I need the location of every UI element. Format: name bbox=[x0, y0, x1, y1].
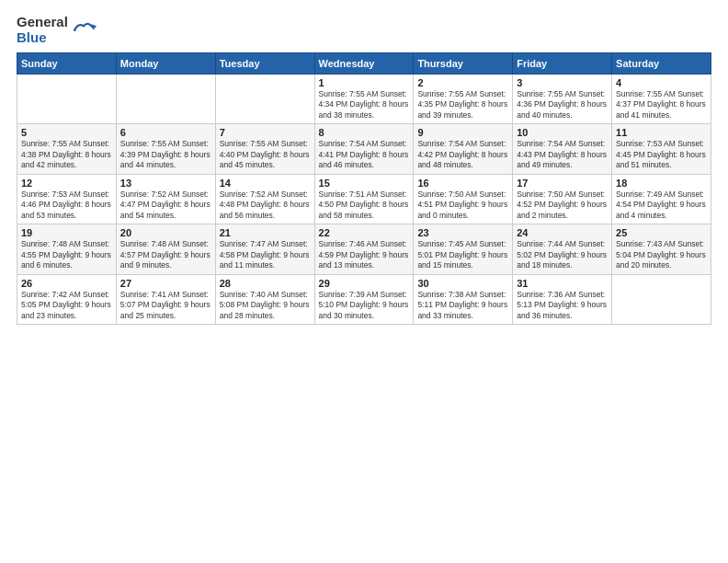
calendar-cell: 3Sunrise: 7:55 AM Sunset: 4:36 PM Daylig… bbox=[513, 75, 612, 124]
day-number: 29 bbox=[319, 278, 410, 289]
day-info: Sunrise: 7:39 AM Sunset: 5:10 PM Dayligh… bbox=[319, 290, 410, 321]
day-info: Sunrise: 7:50 AM Sunset: 4:52 PM Dayligh… bbox=[517, 190, 608, 221]
calendar-cell: 6Sunrise: 7:55 AM Sunset: 4:39 PM Daylig… bbox=[116, 124, 215, 174]
day-number: 20 bbox=[120, 227, 211, 238]
calendar-cell: 30Sunrise: 7:38 AM Sunset: 5:11 PM Dayli… bbox=[414, 274, 513, 324]
day-number: 27 bbox=[120, 278, 211, 289]
calendar-cell: 8Sunrise: 7:54 AM Sunset: 4:41 PM Daylig… bbox=[314, 124, 414, 174]
day-info: Sunrise: 7:48 AM Sunset: 4:55 PM Dayligh… bbox=[21, 239, 112, 270]
logo-area: General Blue bbox=[17, 15, 97, 45]
calendar-cell: 25Sunrise: 7:43 AM Sunset: 5:04 PM Dayli… bbox=[612, 224, 711, 274]
day-info: Sunrise: 7:46 AM Sunset: 4:59 PM Dayligh… bbox=[319, 239, 410, 270]
calendar-cell: 4Sunrise: 7:55 AM Sunset: 4:37 PM Daylig… bbox=[612, 75, 711, 124]
calendar-cell: 11Sunrise: 7:53 AM Sunset: 4:45 PM Dayli… bbox=[612, 124, 711, 174]
day-number: 12 bbox=[21, 178, 112, 189]
day-info: Sunrise: 7:55 AM Sunset: 4:39 PM Dayligh… bbox=[120, 139, 211, 170]
calendar-cell: 9Sunrise: 7:54 AM Sunset: 4:42 PM Daylig… bbox=[414, 124, 513, 174]
calendar-week-row: 19Sunrise: 7:48 AM Sunset: 4:55 PM Dayli… bbox=[17, 224, 711, 274]
day-info: Sunrise: 7:53 AM Sunset: 4:46 PM Dayligh… bbox=[21, 190, 112, 221]
day-info: Sunrise: 7:54 AM Sunset: 4:41 PM Dayligh… bbox=[319, 139, 410, 170]
day-info: Sunrise: 7:55 AM Sunset: 4:37 PM Dayligh… bbox=[616, 89, 707, 121]
day-number: 2 bbox=[417, 77, 508, 88]
day-info: Sunrise: 7:55 AM Sunset: 4:38 PM Dayligh… bbox=[21, 139, 112, 170]
calendar-day-header: Friday bbox=[513, 53, 612, 75]
day-info: Sunrise: 7:55 AM Sunset: 4:36 PM Dayligh… bbox=[517, 89, 608, 121]
day-number: 28 bbox=[220, 278, 311, 289]
calendar-cell: 7Sunrise: 7:55 AM Sunset: 4:40 PM Daylig… bbox=[215, 124, 314, 174]
day-number: 8 bbox=[319, 127, 410, 138]
day-number: 15 bbox=[319, 178, 410, 189]
day-number: 6 bbox=[120, 127, 211, 138]
calendar-cell: 31Sunrise: 7:36 AM Sunset: 5:13 PM Dayli… bbox=[513, 274, 612, 324]
day-info: Sunrise: 7:42 AM Sunset: 5:05 PM Dayligh… bbox=[21, 290, 112, 321]
calendar-cell: 10Sunrise: 7:54 AM Sunset: 4:43 PM Dayli… bbox=[513, 124, 612, 174]
calendar-cell: 21Sunrise: 7:47 AM Sunset: 4:58 PM Dayli… bbox=[215, 224, 314, 274]
calendar-day-header: Thursday bbox=[414, 53, 513, 75]
day-number: 1 bbox=[319, 77, 410, 88]
day-number: 30 bbox=[417, 278, 508, 289]
day-number: 5 bbox=[21, 127, 112, 138]
calendar-cell bbox=[17, 75, 117, 124]
day-info: Sunrise: 7:54 AM Sunset: 4:42 PM Dayligh… bbox=[417, 139, 508, 170]
calendar-cell: 5Sunrise: 7:55 AM Sunset: 4:38 PM Daylig… bbox=[17, 124, 117, 174]
calendar-cell bbox=[612, 274, 711, 324]
day-info: Sunrise: 7:53 AM Sunset: 4:45 PM Dayligh… bbox=[616, 139, 707, 170]
calendar-cell bbox=[215, 75, 314, 124]
day-number: 23 bbox=[417, 227, 508, 238]
calendar-cell: 24Sunrise: 7:44 AM Sunset: 5:02 PM Dayli… bbox=[513, 224, 612, 274]
day-info: Sunrise: 7:49 AM Sunset: 4:54 PM Dayligh… bbox=[616, 190, 707, 221]
calendar-cell: 12Sunrise: 7:53 AM Sunset: 4:46 PM Dayli… bbox=[17, 174, 117, 224]
day-number: 21 bbox=[220, 227, 311, 238]
day-number: 19 bbox=[21, 227, 112, 238]
day-number: 26 bbox=[21, 278, 112, 289]
calendar-cell: 23Sunrise: 7:45 AM Sunset: 5:01 PM Dayli… bbox=[414, 224, 513, 274]
day-info: Sunrise: 7:44 AM Sunset: 5:02 PM Dayligh… bbox=[517, 239, 608, 270]
calendar-day-header: Wednesday bbox=[314, 53, 414, 75]
day-number: 7 bbox=[220, 127, 311, 138]
calendar-cell: 17Sunrise: 7:50 AM Sunset: 4:52 PM Dayli… bbox=[513, 174, 612, 224]
day-info: Sunrise: 7:51 AM Sunset: 4:50 PM Dayligh… bbox=[319, 190, 410, 221]
calendar-cell: 26Sunrise: 7:42 AM Sunset: 5:05 PM Dayli… bbox=[17, 274, 117, 324]
day-info: Sunrise: 7:36 AM Sunset: 5:13 PM Dayligh… bbox=[517, 290, 608, 321]
day-info: Sunrise: 7:47 AM Sunset: 4:58 PM Dayligh… bbox=[220, 239, 311, 270]
calendar-cell: 14Sunrise: 7:52 AM Sunset: 4:48 PM Dayli… bbox=[215, 174, 314, 224]
day-number: 17 bbox=[517, 178, 608, 189]
day-number: 4 bbox=[616, 77, 707, 88]
calendar-cell: 27Sunrise: 7:41 AM Sunset: 5:07 PM Dayli… bbox=[116, 274, 215, 324]
day-number: 18 bbox=[616, 178, 707, 189]
calendar-week-row: 1Sunrise: 7:55 AM Sunset: 4:34 PM Daylig… bbox=[17, 75, 711, 124]
day-number: 13 bbox=[120, 178, 211, 189]
calendar-cell: 1Sunrise: 7:55 AM Sunset: 4:34 PM Daylig… bbox=[314, 75, 414, 124]
day-number: 22 bbox=[319, 227, 410, 238]
calendar-day-header: Tuesday bbox=[215, 53, 314, 75]
day-info: Sunrise: 7:52 AM Sunset: 4:48 PM Dayligh… bbox=[220, 190, 311, 221]
calendar-day-header: Monday bbox=[116, 53, 215, 75]
page: General Blue SundayMondayTuesdayWednesda… bbox=[0, 0, 728, 563]
calendar-cell: 28Sunrise: 7:40 AM Sunset: 5:08 PM Dayli… bbox=[215, 274, 314, 324]
calendar-cell: 16Sunrise: 7:50 AM Sunset: 4:51 PM Dayli… bbox=[414, 174, 513, 224]
day-info: Sunrise: 7:55 AM Sunset: 4:34 PM Dayligh… bbox=[319, 89, 410, 121]
day-number: 16 bbox=[417, 178, 508, 189]
calendar-cell bbox=[116, 75, 215, 124]
header: General Blue bbox=[17, 15, 711, 45]
day-info: Sunrise: 7:52 AM Sunset: 4:47 PM Dayligh… bbox=[120, 190, 211, 221]
day-number: 10 bbox=[517, 127, 608, 138]
day-info: Sunrise: 7:55 AM Sunset: 4:35 PM Dayligh… bbox=[417, 89, 508, 121]
calendar-cell: 13Sunrise: 7:52 AM Sunset: 4:47 PM Dayli… bbox=[116, 174, 215, 224]
day-number: 14 bbox=[220, 178, 311, 189]
calendar-week-row: 26Sunrise: 7:42 AM Sunset: 5:05 PM Dayli… bbox=[17, 274, 711, 324]
day-info: Sunrise: 7:43 AM Sunset: 5:04 PM Dayligh… bbox=[616, 239, 707, 270]
logo-blue: Blue bbox=[17, 30, 68, 46]
calendar-cell: 19Sunrise: 7:48 AM Sunset: 4:55 PM Dayli… bbox=[17, 224, 117, 274]
day-info: Sunrise: 7:40 AM Sunset: 5:08 PM Dayligh… bbox=[220, 290, 311, 321]
calendar-header-row: SundayMondayTuesdayWednesdayThursdayFrid… bbox=[17, 53, 711, 75]
logo-wave-icon bbox=[71, 16, 97, 41]
calendar-cell: 15Sunrise: 7:51 AM Sunset: 4:50 PM Dayli… bbox=[314, 174, 414, 224]
day-info: Sunrise: 7:45 AM Sunset: 5:01 PM Dayligh… bbox=[417, 239, 508, 270]
day-number: 9 bbox=[417, 127, 508, 138]
day-number: 31 bbox=[517, 278, 608, 289]
day-info: Sunrise: 7:55 AM Sunset: 4:40 PM Dayligh… bbox=[220, 139, 311, 170]
calendar-day-header: Saturday bbox=[612, 53, 711, 75]
day-number: 11 bbox=[616, 127, 707, 138]
calendar-cell: 29Sunrise: 7:39 AM Sunset: 5:10 PM Dayli… bbox=[314, 274, 414, 324]
